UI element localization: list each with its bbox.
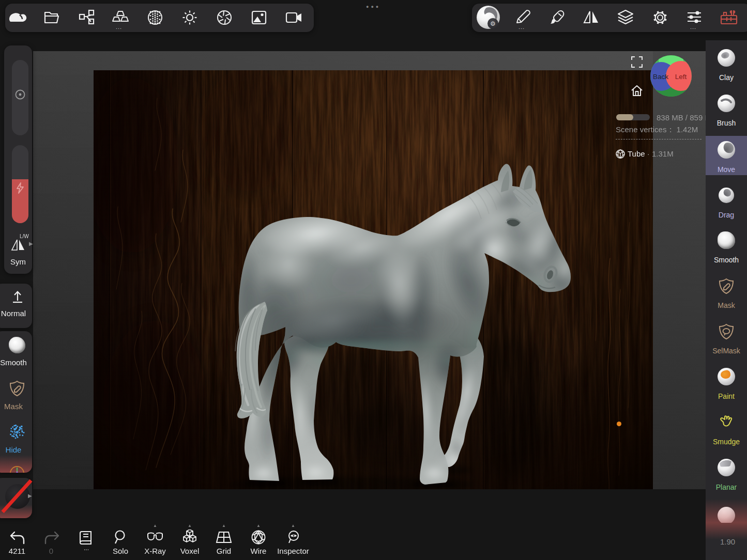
svg-text:Back: Back	[653, 73, 668, 81]
svg-text:Left: Left	[675, 73, 687, 81]
